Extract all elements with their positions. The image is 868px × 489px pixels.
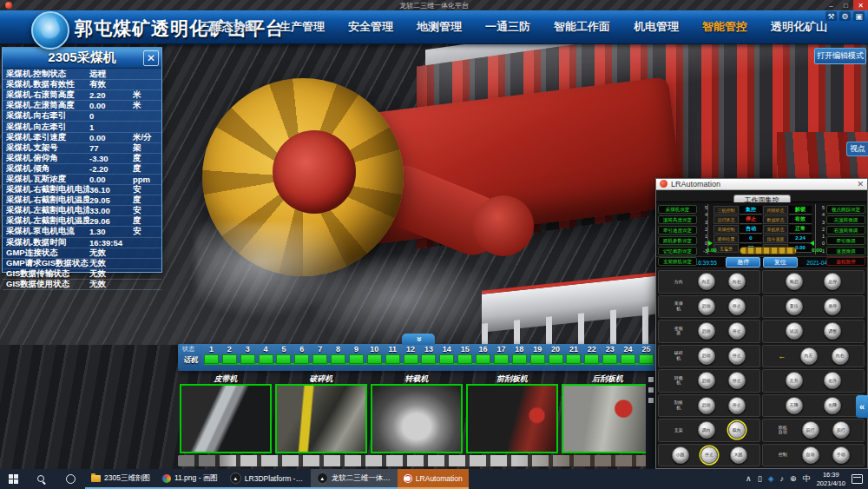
control-button[interactable]: 复位: [786, 298, 803, 315]
network-icon[interactable]: ⊕: [790, 475, 797, 483]
nav-item[interactable]: 智能管控: [702, 19, 747, 35]
support-status-cell[interactable]: 4: [257, 345, 275, 364]
wrench-icon[interactable]: ⚒: [825, 11, 837, 21]
support-status-cell[interactable]: 23: [601, 345, 619, 364]
control-button[interactable]: 启动: [698, 322, 715, 340]
control-button[interactable]: 调向: [698, 421, 715, 439]
support-status-cell[interactable]: 10: [365, 345, 384, 364]
nav-item[interactable]: 生产管理: [279, 19, 325, 35]
support-status-cell[interactable]: 13: [420, 345, 438, 364]
control-button[interactable]: 总停: [824, 273, 841, 290]
estop-button[interactable]: 急停: [726, 257, 760, 268]
nav-item[interactable]: 机电管理: [634, 19, 679, 35]
function-button[interactable]: 滚筒高度设定: [658, 215, 697, 225]
collapse-down-button[interactable]: «: [402, 334, 435, 345]
support-status-cell[interactable]: 11: [384, 345, 402, 364]
control-button[interactable]: 向左: [800, 347, 818, 365]
start-button[interactable]: [0, 474, 26, 484]
control-button[interactable]: 向右: [728, 273, 746, 290]
control-button[interactable]: 停止: [728, 322, 746, 340]
taskbar-clock[interactable]: 16:39 2021/4/10: [817, 471, 845, 487]
function-button[interactable]: 左滚筒微调: [826, 215, 865, 225]
support-status-cell[interactable]: 16: [474, 345, 492, 364]
support-status-cell[interactable]: 20: [547, 345, 565, 364]
reset-button[interactable]: 复位: [763, 257, 798, 268]
minimize-button[interactable]: –: [824, 0, 838, 10]
support-status-cell[interactable]: 7: [311, 345, 329, 364]
cortana-button[interactable]: [56, 474, 85, 484]
taskbar-app-lr3dplatform[interactable]: ▲ LR3DPlatform - U...: [224, 469, 311, 489]
taskbar-app-paint[interactable]: 11.png - 画图: [156, 469, 224, 489]
control-button[interactable]: 停止: [728, 397, 746, 414]
gear-icon[interactable]: ⚙: [839, 11, 851, 21]
control-button[interactable]: 试运: [786, 322, 803, 340]
control-button[interactable]: 前行: [802, 421, 819, 439]
device-icon[interactable]: ▯: [758, 475, 762, 483]
control-button[interactable]: 右升: [824, 372, 841, 389]
support-status-cell[interactable]: 12: [402, 345, 420, 364]
support-status-cell[interactable]: 19: [529, 345, 547, 364]
control-button[interactable]: 停止: [728, 372, 746, 389]
support-status-cell[interactable]: 14: [437, 345, 456, 364]
thumbnail-filmstrip[interactable]: [178, 455, 647, 466]
support-status-cell[interactable]: 15: [456, 345, 474, 364]
control-button[interactable]: 小踏: [672, 446, 689, 464]
camera-thumbnail[interactable]: [371, 384, 463, 453]
control-button[interactable]: 后行: [832, 421, 850, 439]
nav-item[interactable]: 地测管理: [417, 19, 462, 35]
control-button[interactable]: 左升: [786, 372, 803, 389]
control-button[interactable]: 自动: [802, 446, 819, 464]
support-status-cell[interactable]: 3: [239, 345, 257, 364]
support-status-cell[interactable]: 18: [510, 345, 529, 364]
panel-close-icon[interactable]: ✕: [143, 50, 159, 66]
control-button[interactable]: 左降: [786, 397, 803, 414]
camera-view[interactable]: 后刮板机: [562, 373, 654, 453]
lra-close-icon[interactable]: ✕: [857, 180, 864, 188]
control-button[interactable]: 右降: [824, 397, 841, 414]
camera-thumbnail[interactable]: [466, 384, 558, 453]
camera-thumbnail[interactable]: [275, 384, 367, 453]
control-button[interactable]: 手动: [832, 446, 850, 464]
function-button[interactable]: 视点跟踪设定: [826, 205, 865, 215]
support-status-cell[interactable]: 22: [582, 345, 601, 364]
control-button[interactable]: 向左: [698, 273, 715, 290]
tray-expand-icon[interactable]: ∧: [746, 475, 752, 483]
camera-view[interactable]: 转载机: [371, 373, 463, 453]
control-button[interactable]: 启动: [698, 372, 715, 389]
control-button[interactable]: 启动: [698, 347, 715, 365]
nav-item[interactable]: 透明化矿山: [771, 19, 827, 35]
nav-item[interactable]: 智能工作面: [554, 19, 610, 35]
support-status-cell[interactable]: 24: [619, 345, 637, 364]
security-shield-icon[interactable]: ◈: [768, 475, 774, 483]
support-status-cell[interactable]: 9: [347, 345, 365, 364]
search-button[interactable]: [26, 475, 56, 483]
nav-item[interactable]: 三维态势图: [200, 19, 256, 35]
function-button[interactable]: 牵引速度设定: [658, 226, 697, 235]
collapse-panel-button[interactable]: «: [856, 395, 868, 418]
volume-icon[interactable]: ♪: [780, 475, 785, 483]
maximize-button[interactable]: □: [838, 0, 853, 10]
camera-thumbnail[interactable]: [180, 384, 272, 453]
control-button[interactable]: 停止: [728, 347, 746, 365]
control-button[interactable]: 急停: [824, 298, 841, 315]
ime-indicator[interactable]: 中: [803, 475, 811, 483]
control-button[interactable]: 停止: [700, 446, 718, 464]
layout-icon[interactable]: ▣: [853, 11, 865, 21]
camera-view[interactable]: 皮带机: [180, 373, 272, 453]
support-status-cell[interactable]: 1: [202, 345, 220, 364]
support-status-cell[interactable]: 17: [492, 345, 510, 364]
control-button[interactable]: 启动: [698, 298, 715, 315]
support-status-cell[interactable]: 2: [220, 345, 239, 364]
support-status-cell[interactable]: 5: [275, 345, 293, 364]
control-button[interactable]: 顺启: [786, 273, 803, 290]
control-button[interactable]: 停止: [728, 298, 746, 315]
camera-view[interactable]: 破碎机: [275, 373, 367, 453]
control-button[interactable]: 启动: [698, 397, 715, 414]
function-button[interactable]: 采煤机设定: [658, 205, 697, 215]
function-button[interactable]: 远程急停: [826, 257, 865, 267]
taskbar-app-lrautomation[interactable]: LRAutomation: [398, 469, 469, 489]
nav-item[interactable]: 安全管理: [348, 19, 393, 35]
camera-thumbnail[interactable]: [562, 384, 654, 453]
notification-center-icon[interactable]: [852, 474, 863, 484]
control-button[interactable]: 向右: [832, 347, 849, 365]
